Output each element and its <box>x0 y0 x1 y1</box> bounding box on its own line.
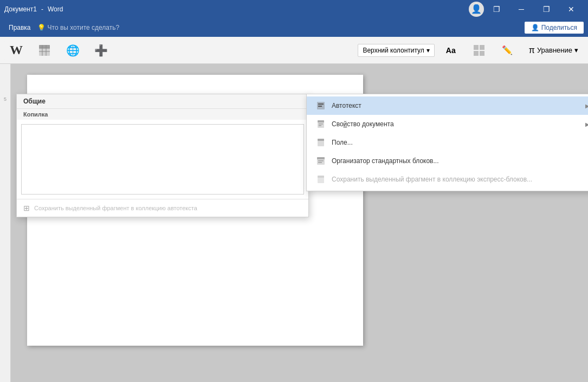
minimize-icon: ─ <box>519 5 524 14</box>
pencil-btn[interactable]: ✏️ <box>495 41 519 60</box>
doc-name: Документ1 <box>4 5 37 13</box>
pi-icon: π <box>529 46 535 55</box>
svg-rect-6 <box>474 45 479 50</box>
wikipedia-icon: W <box>9 43 24 58</box>
dropdown-item-label: Копилка <box>17 109 308 120</box>
autotext-label: Автотекст <box>332 102 361 109</box>
grid-icon <box>471 43 487 58</box>
left-ruler: 5 <box>0 64 11 382</box>
search-placeholder: Что вы хотите сделать? <box>48 24 120 31</box>
ribbon: W 🌐 ➕ Верхний колонтитул ▾ Аа <box>0 37 588 64</box>
dropdown-content-inner <box>21 124 304 195</box>
main-area: 5 Общие Копилка ⊞ Сохранить выделенный ф… <box>0 64 588 382</box>
svg-rect-18 <box>318 139 324 141</box>
share-label: Поделиться <box>541 24 577 31</box>
wikipedia-button[interactable]: W <box>4 41 28 60</box>
app-name: Word <box>48 5 63 13</box>
field-label: Поле... <box>332 139 353 146</box>
save-fragment-label: Сохранить выделенный фрагмент в коллекци… <box>332 176 532 183</box>
svg-rect-20 <box>317 157 325 159</box>
maximize-icon: ❐ <box>543 5 550 14</box>
doc-property-arrow: ▶ <box>585 121 588 127</box>
restore-button[interactable]: ❐ <box>484 0 509 18</box>
header-footer-label: Верхний колонтитул <box>363 47 424 54</box>
lightbulb-icon: 💡 <box>37 24 46 31</box>
dropdown-section-header: Общие <box>17 94 308 109</box>
field-icon <box>315 137 326 148</box>
organizer-label: Организатор стандартных блоков... <box>332 157 439 165</box>
svg-rect-21 <box>318 160 324 161</box>
menu-item-organizer[interactable]: Организатор стандартных блоков... <box>307 152 588 170</box>
svg-rect-16 <box>319 125 321 126</box>
title-bar: Документ1 - Word 👤 ❐ ─ ❐ ✕ <box>0 0 588 18</box>
minimize-button[interactable]: ─ <box>509 0 534 18</box>
share-button[interactable]: 👤 Поделиться <box>525 22 584 34</box>
dropdown-content-area <box>17 120 308 199</box>
footer-text: Сохранить выделенный фрагмент в коллекци… <box>34 205 197 211</box>
context-menu: Автотекст ▶ Свойство документа ▶ <box>306 94 588 191</box>
close-button[interactable]: ✕ <box>559 0 584 18</box>
doc-property-label: Свойство документа <box>332 120 394 128</box>
equation-button[interactable]: π Уравнение ▾ <box>524 43 584 57</box>
header-footer-arrow: ▾ <box>427 47 430 54</box>
text-style-icon: Аа <box>443 43 458 58</box>
menu-bar-right: 👤 Поделиться <box>525 22 584 34</box>
web-icon: 🌐 <box>65 43 80 58</box>
svg-rect-12 <box>318 106 322 107</box>
autotext-submenu-panel: Общие Копилка ⊞ Сохранить выделенный фра… <box>16 94 309 217</box>
title-separator: - <box>41 5 43 13</box>
menu-bar: Правка 💡 Что вы хотите сделать? 👤 Подели… <box>0 18 588 37</box>
svg-rect-11 <box>318 103 324 105</box>
doc-property-icon <box>315 119 326 130</box>
close-icon: ✕ <box>568 5 574 14</box>
title-bar-left: Документ1 - Word <box>4 5 63 13</box>
table-icon <box>37 43 52 58</box>
ribbon-btn-add[interactable]: ➕ <box>89 41 113 60</box>
menu-item-field[interactable]: Поле... <box>307 133 588 152</box>
svg-rect-22 <box>318 162 322 163</box>
restore-icon: ❐ <box>493 5 500 14</box>
organizer-icon <box>315 156 326 166</box>
menu-item-save-fragment: Сохранить выделенный фрагмент в коллекци… <box>307 170 588 189</box>
svg-rect-15 <box>319 124 323 125</box>
document-area: Общие Копилка ⊞ Сохранить выделенный фра… <box>11 64 588 382</box>
ribbon-btn-web[interactable]: 🌐 <box>61 41 85 60</box>
menu-item-autotext[interactable]: Автотекст ▶ <box>307 96 588 115</box>
svg-rect-8 <box>474 51 479 56</box>
dropdown-footer[interactable]: ⊞ Сохранить выделенный фрагмент в коллек… <box>17 199 308 217</box>
equation-arrow: ▾ <box>574 46 578 54</box>
autotext-arrow: ▶ <box>585 103 588 109</box>
share-icon: 👤 <box>531 24 539 31</box>
ruler-num-5: 5 <box>4 96 7 102</box>
menu-item-doc-property[interactable]: Свойство документа ▶ <box>307 115 588 133</box>
user-icon[interactable]: 👤 <box>469 2 484 17</box>
ribbon-btn-table[interactable] <box>33 41 56 60</box>
equation-label: Уравнение <box>537 46 572 54</box>
add-icon: ➕ <box>93 43 108 58</box>
menu-item-pravka[interactable]: Правка <box>4 22 35 34</box>
svg-rect-24 <box>318 176 324 178</box>
svg-rect-7 <box>480 45 484 50</box>
grid-btn[interactable] <box>467 41 491 60</box>
lightbulb-area[interactable]: 💡 Что вы хотите сделать? <box>37 24 120 31</box>
pencil-icon: ✏️ <box>500 43 515 58</box>
svg-rect-14 <box>318 120 324 122</box>
user-icon-glyph: 👤 <box>471 4 482 14</box>
footer-icon: ⊞ <box>23 204 30 212</box>
svg-rect-9 <box>480 51 484 56</box>
header-footer-dropdown[interactable]: Верхний колонтитул ▾ <box>358 44 434 57</box>
maximize-button[interactable]: ❐ <box>534 0 559 18</box>
svg-rect-1 <box>39 45 50 48</box>
autotext-icon <box>315 100 326 111</box>
text-style-btn[interactable]: Аа <box>439 41 463 60</box>
save-fragment-icon <box>315 174 326 185</box>
title-controls: 👤 ❐ ─ ❐ ✕ <box>469 0 584 18</box>
